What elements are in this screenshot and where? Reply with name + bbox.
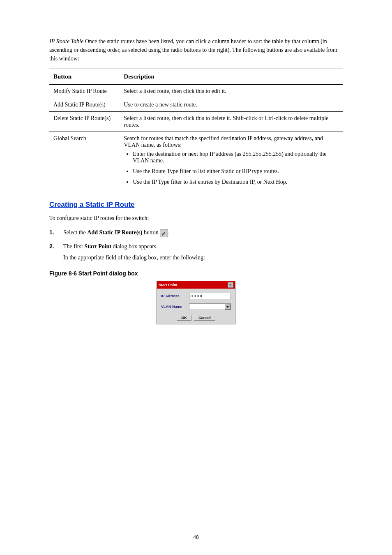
chevron-down-icon[interactable] xyxy=(225,304,231,310)
step-number: 1. xyxy=(49,228,63,237)
table-row: Global Search Search for routes that mat… xyxy=(49,132,343,193)
button-table: Button Description Modify Static IP Rout… xyxy=(49,69,343,193)
table-row: Add Static IP Route(s) Use to create a n… xyxy=(49,98,343,112)
ip-address-input[interactable]: 0.0.0.0 xyxy=(189,293,231,299)
bullet: Use the IP Type filter to list entries b… xyxy=(133,179,339,185)
table-row: Modify Static IP Route Select a listed r… xyxy=(49,85,343,98)
vlan-name-label: VLAN Name xyxy=(161,305,189,309)
figure-caption: Figure 8-6 Start Point dialog box xyxy=(49,270,343,277)
step-body: Select the Add Static IP Route(s) button… xyxy=(63,228,343,237)
cell-button: Global Search xyxy=(49,132,120,193)
cell-button: Delete Static IP Route(s) xyxy=(49,112,120,132)
figure-ref: IP Route Table xyxy=(49,38,83,44)
vlan-name-select[interactable] xyxy=(189,303,231,310)
modify-icon xyxy=(160,229,168,237)
cell-desc: Search for routes that match the specifi… xyxy=(120,132,343,193)
step-number: 2. xyxy=(49,242,63,262)
cancel-button[interactable]: Cancel xyxy=(194,315,215,321)
section-heading[interactable]: Creating a Static IP Route xyxy=(49,201,135,208)
bullet: Enter the destination or next hop IP add… xyxy=(133,151,339,164)
page-number: 48 xyxy=(0,534,392,540)
section-intro: To configure static IP routes for the sw… xyxy=(49,214,343,222)
dialog-titlebar[interactable]: Start Point × xyxy=(157,281,235,289)
svg-marker-0 xyxy=(226,306,229,308)
cell-button: Modify Static IP Route xyxy=(49,85,120,98)
th-button: Button xyxy=(49,69,120,85)
cell-button: Add Static IP Route(s) xyxy=(49,98,120,112)
th-description: Description xyxy=(120,69,343,85)
start-point-dialog: Start Point × IP Adrress 0.0.0.0 VLAN Na… xyxy=(157,281,235,324)
close-icon[interactable]: × xyxy=(228,282,233,288)
cell-desc: Use to create a new static route. xyxy=(120,98,343,112)
bullet: Use the Route Type filter to list either… xyxy=(133,168,339,175)
intro-text: Once the static routes have been listed,… xyxy=(49,38,337,62)
step-body: The first Start Point dialog box appears… xyxy=(63,242,343,262)
ip-address-label: IP Adrress xyxy=(161,294,189,298)
ok-button[interactable]: OK xyxy=(177,315,191,321)
cell-desc: Select a listed route, then click this t… xyxy=(120,85,343,98)
table-row: Delete Static IP Route(s) Select a liste… xyxy=(49,112,343,132)
cell-desc: Select a listed route, then click this t… xyxy=(120,112,343,132)
dialog-title-text: Start Point xyxy=(159,283,178,287)
